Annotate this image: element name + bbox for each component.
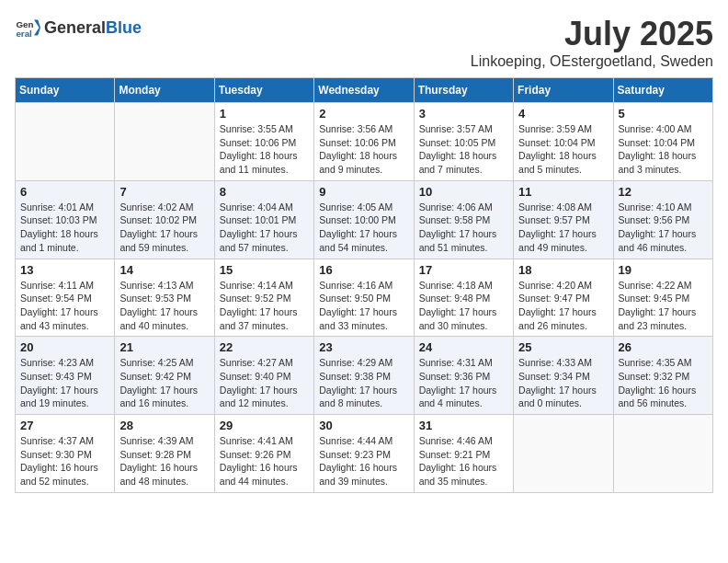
- sunset-text: Sunset: 10:03 PM: [20, 214, 97, 225]
- daylight-text: Daylight: 17 hours and 19 minutes.: [20, 385, 98, 409]
- svg-marker-2: [34, 20, 40, 36]
- calendar-cell: 26 Sunrise: 4:35 AM Sunset: 9:32 PM Dayl…: [613, 337, 712, 415]
- svg-text:eral: eral: [16, 29, 32, 39]
- day-number: 13: [20, 263, 109, 277]
- sunset-text: Sunset: 9:26 PM: [220, 449, 291, 460]
- weekday-header: Wednesday: [314, 78, 414, 103]
- sunrise-text: Sunrise: 4:31 AM: [419, 357, 493, 368]
- weekday-header: Friday: [514, 78, 613, 103]
- sunset-text: Sunset: 10:02 PM: [119, 214, 196, 225]
- sunrise-text: Sunrise: 4:10 AM: [619, 201, 692, 213]
- calendar-cell: 15 Sunrise: 4:14 AM Sunset: 9:52 PM Dayl…: [214, 259, 313, 337]
- calendar-cell: 17 Sunrise: 4:18 AM Sunset: 9:48 PM Dayl…: [414, 259, 513, 337]
- calendar-cell: 4 Sunrise: 3:59 AM Sunset: 10:04 PM Dayl…: [514, 103, 613, 181]
- calendar-cell: [613, 415, 712, 493]
- daylight-text: Daylight: 17 hours and 46 minutes.: [619, 228, 697, 253]
- calendar-cell: 30 Sunrise: 4:44 AM Sunset: 9:23 PM Dayl…: [314, 415, 414, 493]
- calendar-cell: 21 Sunrise: 4:25 AM Sunset: 9:42 PM Dayl…: [115, 337, 214, 415]
- daylight-text: Daylight: 16 hours and 35 minutes.: [419, 462, 497, 487]
- logo: Gen eral GeneralBlue: [15, 15, 142, 40]
- sunrise-text: Sunrise: 4:22 AM: [619, 280, 692, 291]
- day-info: Sunrise: 4:37 AM Sunset: 9:30 PM Dayligh…: [20, 434, 109, 488]
- sunset-text: Sunset: 10:04 PM: [518, 137, 595, 148]
- day-info: Sunrise: 4:23 AM Sunset: 9:43 PM Dayligh…: [20, 356, 109, 410]
- day-number: 8: [220, 185, 309, 199]
- daylight-text: Daylight: 16 hours and 52 minutes.: [20, 462, 98, 487]
- weekday-header: Monday: [115, 78, 214, 103]
- sunrise-text: Sunrise: 4:46 AM: [419, 435, 493, 446]
- day-number: 14: [119, 263, 209, 277]
- daylight-text: Daylight: 16 hours and 56 minutes.: [619, 385, 697, 409]
- daylight-text: Daylight: 16 hours and 44 minutes.: [220, 462, 298, 487]
- sunrise-text: Sunrise: 3:59 AM: [518, 123, 592, 134]
- sunset-text: Sunset: 9:48 PM: [419, 293, 491, 304]
- day-number: 21: [119, 340, 209, 354]
- sunrise-text: Sunrise: 4:27 AM: [220, 357, 293, 368]
- day-info: Sunrise: 4:00 AM Sunset: 10:04 PM Daylig…: [619, 122, 708, 177]
- day-info: Sunrise: 4:31 AM Sunset: 9:36 PM Dayligh…: [419, 356, 508, 410]
- sunrise-text: Sunrise: 4:41 AM: [220, 435, 293, 446]
- calendar-cell: 20 Sunrise: 4:23 AM Sunset: 9:43 PM Dayl…: [16, 337, 115, 415]
- daylight-text: Daylight: 17 hours and 8 minutes.: [319, 385, 397, 409]
- day-info: Sunrise: 4:33 AM Sunset: 9:34 PM Dayligh…: [518, 356, 608, 410]
- sunrise-text: Sunrise: 4:20 AM: [518, 280, 592, 291]
- daylight-text: Daylight: 16 hours and 39 minutes.: [319, 462, 397, 487]
- sunrise-text: Sunrise: 4:44 AM: [319, 435, 392, 446]
- sunset-text: Sunset: 9:53 PM: [119, 293, 191, 304]
- calendar-cell: 25 Sunrise: 4:33 AM Sunset: 9:34 PM Dayl…: [514, 337, 613, 415]
- sunrise-text: Sunrise: 4:02 AM: [119, 201, 193, 213]
- day-info: Sunrise: 4:18 AM Sunset: 9:48 PM Dayligh…: [419, 279, 508, 333]
- daylight-text: Daylight: 17 hours and 51 minutes.: [419, 228, 497, 253]
- calendar-cell: 13 Sunrise: 4:11 AM Sunset: 9:54 PM Dayl…: [16, 259, 115, 337]
- calendar-cell: 12 Sunrise: 4:10 AM Sunset: 9:56 PM Dayl…: [613, 180, 712, 259]
- day-number: 12: [619, 185, 708, 199]
- day-number: 1: [220, 107, 309, 121]
- sunrise-text: Sunrise: 4:14 AM: [220, 280, 293, 291]
- day-info: Sunrise: 3:56 AM Sunset: 10:06 PM Daylig…: [319, 122, 408, 177]
- calendar-cell: 6 Sunrise: 4:01 AM Sunset: 10:03 PM Dayl…: [16, 180, 115, 259]
- day-info: Sunrise: 4:01 AM Sunset: 10:03 PM Daylig…: [20, 201, 109, 255]
- day-number: 26: [619, 340, 708, 354]
- daylight-text: Daylight: 17 hours and 40 minutes.: [119, 306, 198, 331]
- sunset-text: Sunset: 9:36 PM: [419, 371, 491, 382]
- sunset-text: Sunset: 10:05 PM: [419, 137, 495, 148]
- sunset-text: Sunset: 9:23 PM: [319, 449, 391, 460]
- day-info: Sunrise: 4:14 AM Sunset: 9:52 PM Dayligh…: [220, 279, 309, 333]
- day-info: Sunrise: 4:06 AM Sunset: 9:58 PM Dayligh…: [419, 201, 508, 255]
- calendar-cell: 31 Sunrise: 4:46 AM Sunset: 9:21 PM Dayl…: [414, 415, 513, 493]
- sunrise-text: Sunrise: 4:35 AM: [619, 357, 692, 368]
- day-number: 16: [319, 263, 408, 277]
- calendar-cell: 24 Sunrise: 4:31 AM Sunset: 9:36 PM Dayl…: [414, 337, 513, 415]
- weekday-header: Sunday: [16, 78, 115, 103]
- day-number: 9: [319, 185, 408, 199]
- day-number: 28: [119, 419, 209, 432]
- day-number: 25: [518, 340, 608, 354]
- sunset-text: Sunset: 9:30 PM: [20, 449, 92, 460]
- sunrise-text: Sunrise: 4:08 AM: [518, 201, 592, 213]
- day-number: 24: [419, 340, 508, 354]
- sunset-text: Sunset: 10:06 PM: [319, 137, 395, 148]
- calendar-cell: [115, 103, 214, 181]
- day-info: Sunrise: 4:10 AM Sunset: 9:56 PM Dayligh…: [619, 201, 708, 255]
- daylight-text: Daylight: 17 hours and 26 minutes.: [518, 306, 597, 331]
- logo-blue: Blue: [106, 18, 142, 37]
- sunrise-text: Sunrise: 4:33 AM: [518, 357, 592, 368]
- calendar-cell: 11 Sunrise: 4:08 AM Sunset: 9:57 PM Dayl…: [514, 180, 613, 259]
- day-info: Sunrise: 4:44 AM Sunset: 9:23 PM Dayligh…: [319, 434, 408, 488]
- calendar-cell: 27 Sunrise: 4:37 AM Sunset: 9:30 PM Dayl…: [16, 415, 115, 493]
- sunset-text: Sunset: 9:57 PM: [518, 214, 590, 225]
- sunset-text: Sunset: 9:58 PM: [419, 214, 491, 225]
- calendar-cell: 5 Sunrise: 4:00 AM Sunset: 10:04 PM Dayl…: [613, 103, 712, 181]
- day-info: Sunrise: 4:08 AM Sunset: 9:57 PM Dayligh…: [518, 201, 608, 255]
- logo-icon: Gen eral: [15, 15, 40, 40]
- calendar-cell: 9 Sunrise: 4:05 AM Sunset: 10:00 PM Dayl…: [314, 180, 414, 259]
- day-info: Sunrise: 4:25 AM Sunset: 9:42 PM Dayligh…: [119, 356, 209, 410]
- sunrise-text: Sunrise: 4:39 AM: [119, 435, 193, 446]
- calendar-cell: 23 Sunrise: 4:29 AM Sunset: 9:38 PM Dayl…: [314, 337, 414, 415]
- weekday-header: Thursday: [414, 78, 513, 103]
- day-info: Sunrise: 3:55 AM Sunset: 10:06 PM Daylig…: [220, 122, 309, 177]
- day-info: Sunrise: 4:29 AM Sunset: 9:38 PM Dayligh…: [319, 356, 408, 410]
- day-info: Sunrise: 3:57 AM Sunset: 10:05 PM Daylig…: [419, 122, 508, 177]
- day-number: 10: [419, 185, 508, 199]
- calendar-cell: 18 Sunrise: 4:20 AM Sunset: 9:47 PM Dayl…: [514, 259, 613, 337]
